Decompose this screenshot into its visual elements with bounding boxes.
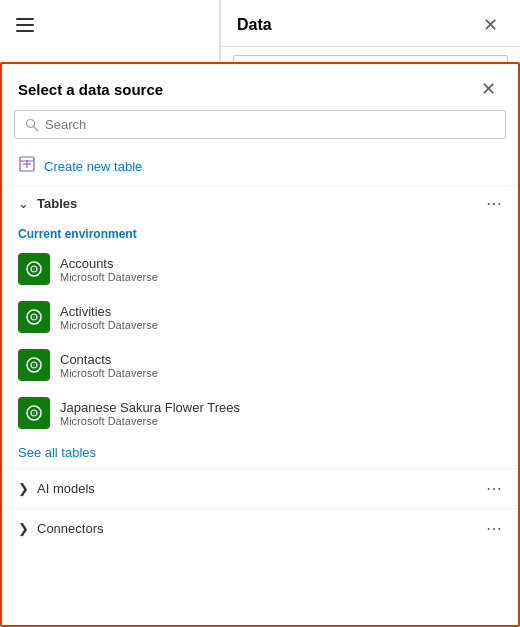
svg-rect-2 [16, 30, 34, 32]
svg-point-42 [34, 413, 35, 414]
data-panel-header: Data ✕ [221, 0, 520, 47]
list-item[interactable]: Activities Microsoft Dataverse [2, 293, 518, 341]
create-table-icon [18, 155, 36, 177]
ai-models-more-button[interactable]: ⋯ [486, 479, 502, 498]
datasource-popup-header: Select a data source ✕ [2, 64, 518, 110]
ai-models-section[interactable]: ❯ AI models ⋯ [2, 468, 518, 508]
tables-chevron-down-icon: ⌄ [18, 196, 29, 211]
current-environment-label: Current environment [2, 221, 518, 245]
accounts-info: Accounts Microsoft Dataverse [60, 256, 158, 283]
tables-section-label: Tables [37, 196, 486, 211]
connectors-section[interactable]: ❯ Connectors ⋯ [2, 508, 518, 548]
datasource-popup-title: Select a data source [18, 81, 163, 98]
data-panel: Data ✕ + Add data ▾ ... Select a data so… [220, 0, 520, 627]
contacts-icon [18, 349, 50, 381]
data-panel-close-button[interactable]: ✕ [477, 14, 504, 36]
ai-models-chevron-right-icon: ❯ [18, 481, 29, 496]
activities-name: Activities [60, 304, 158, 319]
connectors-more-button[interactable]: ⋯ [486, 519, 502, 538]
create-new-table-row[interactable]: Create new table [2, 147, 518, 185]
data-panel-title: Data [237, 16, 272, 34]
datasource-search-bar [14, 110, 506, 139]
accounts-icon [18, 253, 50, 285]
list-item[interactable]: Accounts Microsoft Dataverse [2, 245, 518, 293]
datasource-search-input[interactable] [45, 117, 495, 132]
japanese-sakura-icon [18, 397, 50, 429]
ai-models-label: AI models [37, 481, 486, 496]
svg-point-39 [34, 365, 35, 366]
accounts-sub: Microsoft Dataverse [60, 271, 158, 283]
japanese-sakura-sub: Microsoft Dataverse [60, 415, 240, 427]
datasource-search-icon [25, 118, 39, 132]
list-item[interactable]: Japanese Sakura Flower Trees Microsoft D… [2, 389, 518, 437]
accounts-name: Accounts [60, 256, 158, 271]
svg-line-26 [34, 126, 39, 131]
svg-rect-0 [16, 18, 34, 20]
svg-point-25 [27, 119, 35, 127]
contacts-sub: Microsoft Dataverse [60, 367, 158, 379]
svg-rect-1 [16, 24, 34, 26]
activities-sub: Microsoft Dataverse [60, 319, 158, 331]
japanese-sakura-info: Japanese Sakura Flower Trees Microsoft D… [60, 400, 240, 427]
hamburger-button[interactable] [12, 14, 38, 39]
contacts-info: Contacts Microsoft Dataverse [60, 352, 158, 379]
sidebar-top [0, 0, 219, 51]
datasource-popup: Select a data source ✕ Create new table [0, 62, 520, 627]
contacts-name: Contacts [60, 352, 158, 367]
datasource-popup-close-button[interactable]: ✕ [475, 78, 502, 100]
create-new-table-label: Create new table [44, 159, 142, 174]
activities-icon [18, 301, 50, 333]
connectors-chevron-right-icon: ❯ [18, 521, 29, 536]
activities-info: Activities Microsoft Dataverse [60, 304, 158, 331]
tables-more-button[interactable]: ⋯ [486, 194, 502, 213]
list-item[interactable]: Contacts Microsoft Dataverse [2, 341, 518, 389]
svg-point-33 [34, 269, 35, 270]
tables-section-header[interactable]: ⌄ Tables ⋯ [2, 185, 518, 221]
japanese-sakura-name: Japanese Sakura Flower Trees [60, 400, 240, 415]
svg-point-36 [34, 317, 35, 318]
connectors-label: Connectors [37, 521, 486, 536]
see-all-tables-link[interactable]: See all tables [2, 437, 518, 468]
